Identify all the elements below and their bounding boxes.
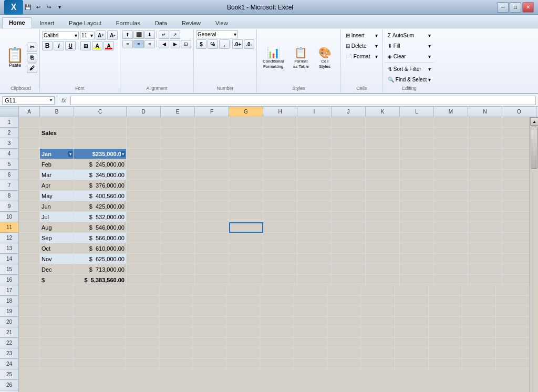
cell-m17[interactable] (429, 285, 462, 296)
tab-review[interactable]: Review (175, 18, 208, 28)
name-box[interactable]: G11 ▾ (2, 96, 55, 105)
cell-f5[interactable] (195, 159, 229, 170)
cell-j1[interactable] (332, 117, 366, 128)
cell-o12[interactable] (502, 233, 530, 243)
cell-b3[interactable] (40, 138, 74, 149)
cell-b10[interactable]: Jul (40, 212, 74, 222)
cell-c1[interactable] (74, 117, 127, 128)
cell-e14[interactable] (161, 254, 195, 264)
cell-j6[interactable] (332, 170, 366, 180)
cell-g2[interactable] (229, 128, 263, 138)
cell-d11[interactable] (127, 222, 161, 233)
cell-m10[interactable] (434, 212, 468, 222)
cell-h18[interactable] (260, 296, 294, 306)
cell-f6[interactable] (195, 170, 229, 180)
cell-g14[interactable] (229, 254, 263, 264)
row-header-4[interactable]: 4 (0, 149, 18, 159)
cell-h14[interactable] (263, 254, 297, 264)
cell-b6[interactable]: Mar (40, 170, 74, 180)
cell-m3[interactable] (434, 138, 468, 149)
cell-g12[interactable] (229, 233, 263, 243)
save-button[interactable]: 💾 (23, 2, 33, 12)
cell-h1[interactable] (263, 117, 297, 128)
cell-c3[interactable] (74, 138, 127, 149)
cell-a8[interactable] (19, 191, 40, 201)
cell-g9[interactable] (229, 201, 263, 212)
cell-o6[interactable] (502, 170, 530, 180)
cell-b11[interactable]: Aug (40, 222, 74, 233)
cell-f1[interactable] (195, 117, 229, 128)
cell-e9[interactable] (161, 201, 195, 212)
cell-c17[interactable] (74, 285, 126, 296)
cell-l6[interactable] (400, 170, 434, 180)
cell-f13[interactable] (195, 243, 229, 254)
cell-l1[interactable] (400, 117, 434, 128)
col-header-b[interactable]: B (40, 107, 74, 117)
cell-n16[interactable] (468, 275, 502, 285)
cell-o9[interactable] (502, 201, 530, 212)
align-bottom-button[interactable]: ⬇ (144, 30, 155, 39)
cell-k16[interactable] (366, 275, 400, 285)
cell-i7[interactable] (297, 180, 332, 191)
cell-styles-button[interactable]: 🎨 CellStyles (315, 45, 335, 70)
cell-k9[interactable] (366, 201, 400, 212)
cell-d18[interactable] (126, 296, 159, 306)
col-header-h[interactable]: H (263, 107, 297, 117)
cell-k17[interactable] (361, 285, 395, 296)
cell-g16[interactable] (229, 275, 263, 285)
cell-a11[interactable] (19, 222, 40, 233)
tab-view[interactable]: View (209, 18, 235, 28)
cell-i14[interactable] (297, 254, 332, 264)
cell-a2[interactable] (19, 128, 40, 138)
cell-b2[interactable]: Sales (40, 128, 74, 138)
cell-f11[interactable] (195, 222, 229, 233)
cell-j4[interactable] (332, 149, 366, 159)
insert-cells-button[interactable]: ⊞ Insert▾ (343, 30, 380, 40)
row-header-15[interactable]: 15 (0, 264, 18, 275)
cell-n13[interactable] (468, 243, 502, 254)
cell-k10[interactable] (366, 212, 400, 222)
cell-g8[interactable] (229, 191, 263, 201)
cell-l16[interactable] (400, 275, 434, 285)
cell-i11[interactable] (297, 222, 332, 233)
underline-button[interactable]: U (65, 41, 76, 50)
filter-dropdown-b4[interactable]: ▾ (68, 151, 73, 157)
cell-b1[interactable] (40, 117, 74, 128)
cell-o18[interactable] (496, 296, 530, 306)
tab-insert[interactable]: Insert (33, 18, 61, 28)
cell-h6[interactable] (263, 170, 297, 180)
cell-g3[interactable] (229, 138, 263, 149)
conditional-format-button[interactable]: 📊 ConditionalFormatting (259, 45, 287, 70)
cell-f9[interactable] (195, 201, 229, 212)
cell-k5[interactable] (366, 159, 400, 170)
cell-m9[interactable] (434, 201, 468, 212)
row-header-11[interactable]: 11 (0, 222, 18, 233)
col-header-c[interactable]: C (74, 107, 127, 117)
cell-c2[interactable] (74, 128, 127, 138)
cell-e8[interactable] (161, 191, 195, 201)
increase-decimal-button[interactable]: .0+ (232, 39, 243, 49)
cell-k15[interactable] (366, 264, 400, 275)
cell-b5[interactable]: Feb (40, 159, 74, 170)
cell-h8[interactable] (263, 191, 297, 201)
cell-f18[interactable] (193, 296, 226, 306)
cell-o10[interactable] (502, 212, 530, 222)
cell-f17[interactable] (193, 285, 226, 296)
autosum-button[interactable]: Σ AutoSum▾ (385, 30, 433, 40)
col-header-i[interactable]: I (297, 107, 332, 117)
decrease-font-button[interactable]: A- (107, 30, 118, 40)
cell-j14[interactable] (332, 254, 366, 264)
cell-h2[interactable] (263, 128, 297, 138)
delete-cells-button[interactable]: ⊟ Delete▾ (343, 41, 380, 51)
cell-o11[interactable] (502, 222, 530, 233)
cell-n9[interactable] (468, 201, 502, 212)
cell-e6[interactable] (161, 170, 195, 180)
cell-h17[interactable] (260, 285, 294, 296)
cell-a16[interactable] (19, 275, 40, 285)
cell-j7[interactable] (332, 180, 366, 191)
col-header-d[interactable]: D (127, 107, 161, 117)
cell-n2[interactable] (468, 128, 502, 138)
cell-n17[interactable] (462, 285, 496, 296)
col-header-e[interactable]: E (161, 107, 195, 117)
cell-e18[interactable] (159, 296, 193, 306)
